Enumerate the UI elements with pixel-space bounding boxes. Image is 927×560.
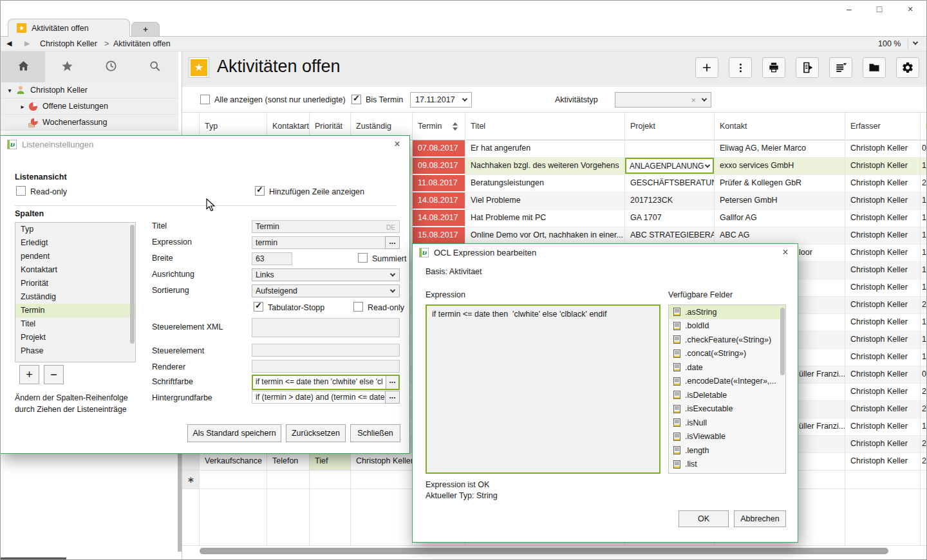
close-dialog-button[interactable]: Schließen (350, 424, 400, 442)
field-list-item[interactable]: .length (669, 443, 785, 458)
hintergrundfarbe-ellipsis-button[interactable]: ... (385, 391, 400, 404)
steuerelement-xml-field[interactable] (252, 318, 400, 337)
expression-ellipsis-button[interactable]: ... (385, 236, 400, 249)
more-options-button[interactable] (729, 57, 752, 78)
cell-titel[interactable]: Beratungsleistungen (465, 175, 625, 192)
column-list-item[interactable]: Titel (15, 317, 135, 331)
cell-erfasser[interactable]: Christoph Keller (845, 418, 921, 436)
settings-button[interactable] (896, 57, 919, 78)
cell-typ[interactable]: Verkaufschance (200, 453, 267, 471)
column-list-item[interactable]: Projekt (15, 331, 135, 344)
cell-kontaktart[interactable]: Telefon (267, 453, 310, 471)
cell-edge[interactable]: 1 (921, 227, 927, 245)
column-header-kontakt[interactable]: Kontakt (715, 113, 845, 140)
cell-termin[interactable]: 11.08.2017 (413, 175, 465, 192)
cell-titel[interactable]: Nachhaken bzgl. des weiteren Vorgehens (465, 158, 625, 175)
columns-listbox[interactable]: TypErledigtpendentKontaktartPrioritätZus… (15, 222, 136, 362)
maximize-button[interactable]: □ (869, 2, 890, 16)
cell-kontakt[interactable]: Petersen GmbH (715, 192, 845, 210)
field-list-item[interactable]: .isExecutable (669, 402, 785, 416)
close-icon[interactable]: × (780, 247, 791, 258)
cell-termin[interactable]: 15.08.2017 (413, 227, 465, 245)
cell-titel[interactable]: Er hat angerufen (465, 140, 625, 158)
cell-edge[interactable]: 1 (921, 279, 927, 297)
cell-edge[interactable]: 2 (921, 384, 927, 401)
cell-edge[interactable]: 1 (921, 331, 927, 349)
horizontal-scrollbar[interactable] (200, 548, 888, 554)
column-list-item[interactable]: Erledigt (15, 236, 135, 250)
show-all-checkbox[interactable] (200, 95, 210, 104)
cell-projekt[interactable]: GESCHÄFTSBERATUNG (625, 175, 715, 192)
cell-termin[interactable]: 07.08.2017 (413, 140, 465, 158)
sidebar-scrollbar[interactable] (178, 454, 182, 552)
clear-icon[interactable]: × (691, 95, 696, 105)
field-list-item[interactable]: .concat(«String») (669, 347, 785, 361)
column-list-item[interactable]: Kontaktart (15, 263, 135, 277)
hintergrundfarbe-field[interactable]: if (termin > date) and (termin <= date.i (252, 391, 386, 404)
cell-erfasser[interactable]: Christoph Keller (845, 227, 921, 245)
cell-edge[interactable]: 2 (921, 436, 927, 453)
cell-erfasser[interactable]: Christoph Keller (845, 279, 921, 297)
cell-zustaendig[interactable]: Christoph Keller (351, 453, 413, 471)
summiert-checkbox[interactable] (358, 253, 368, 263)
cell-erfasser[interactable]: Christoph Keller (845, 314, 921, 331)
termin-date-combobox[interactable]: 17.11.2017 (410, 92, 472, 107)
breite-field[interactable]: 63 (252, 252, 292, 265)
add-column-button[interactable]: + (19, 365, 39, 384)
sort-icon[interactable] (453, 122, 458, 131)
cell-termin[interactable]: 14.08.2017 (413, 210, 465, 227)
projekt-edit-combobox[interactable]: ANLAGENPLANUNG (625, 158, 714, 174)
cell-erfasser[interactable]: Christoph Keller (845, 210, 921, 227)
cell-titel[interactable]: Online Demo vor Ort, nachhaken in einer.… (465, 227, 625, 245)
column-header-projekt[interactable]: Projekt (625, 113, 715, 140)
field-list-item[interactable]: .isNull (669, 416, 785, 430)
column-list-item[interactable]: pendent (15, 250, 135, 263)
folder-button[interactable] (863, 57, 886, 78)
expression-textarea[interactable]: if termin <= date then 'clwhite' else 'c… (426, 304, 660, 474)
cell-edge[interactable]: 1 (921, 192, 927, 210)
tree-item[interactable]: ▾Christoph Keller (0, 82, 178, 98)
cell-edge[interactable]: 0 (921, 366, 927, 384)
sidebar-nav-home[interactable] (1, 51, 45, 82)
cell-erfasser[interactable]: Christoph Keller (845, 140, 921, 158)
sidebar-nav-favorites[interactable] (45, 51, 89, 82)
cell-edge[interactable]: 1 (921, 158, 927, 175)
field-list-item[interactable]: .checkFeature(«String») (669, 333, 785, 347)
field-list-item[interactable]: .asString (669, 305, 785, 319)
listbox-scrollbar[interactable] (130, 225, 135, 344)
cell-titel[interactable]: Viel Probleme (465, 192, 625, 210)
cell-erfasser[interactable]: Christoph Keller (845, 192, 921, 210)
column-list-item[interactable]: Phase (15, 344, 135, 358)
column-header-erfasser[interactable]: Erfasser (845, 113, 921, 140)
cell-edge[interactable]: 1 (921, 245, 927, 262)
report-button[interactable] (796, 57, 819, 78)
column-header-titel[interactable]: Titel (465, 113, 625, 140)
readonly-checkbox[interactable] (16, 186, 26, 196)
bis-termin-checkbox[interactable] (351, 95, 361, 104)
cell-erfasser[interactable]: Christoph Keller (845, 245, 921, 262)
expander-icon[interactable]: ▾ (5, 87, 14, 94)
field-list-item[interactable]: .list (669, 458, 785, 472)
cell-edge[interactable]: 2 (921, 453, 927, 471)
list-view-button[interactable] (829, 57, 852, 78)
cell-edge[interactable]: 1 (921, 262, 927, 279)
field-list-item[interactable]: .boldId (669, 319, 785, 333)
zoom-chevron-icon[interactable] (913, 39, 918, 44)
cell-projekt[interactable]: 2017123CK (625, 192, 715, 210)
expression-field[interactable]: termin (252, 236, 386, 249)
cell-erfasser[interactable]: Christoph Keller (845, 349, 921, 366)
cell-edge[interactable]: 1 (921, 418, 927, 436)
reset-button[interactable]: Zurücksetzen (286, 424, 346, 442)
field-list-item[interactable]: .encodeDate(«Integer»,... (669, 375, 785, 389)
sortierung-select[interactable]: Aufsteigend (252, 285, 400, 297)
aktivitaetstyp-combobox[interactable]: × (615, 92, 711, 107)
cell-edge[interactable]: 1 (921, 210, 927, 227)
minimize-button[interactable]: – (839, 2, 859, 16)
cell-projekt[interactable]: ANLAGENPLANUNG (625, 158, 715, 175)
cell-kontakt[interactable]: Eliwag AG, Meier Marco (715, 140, 845, 158)
cell-erfasser[interactable]: Christoph Keller (845, 297, 921, 314)
cell-erfasser[interactable]: Christoph Keller (845, 453, 921, 471)
cell-erfasser[interactable]: Christoph Keller (845, 175, 921, 192)
cell-erfasser[interactable]: Christoph Keller (845, 401, 921, 418)
tree-item[interactable]: Wochenerfassung (0, 115, 178, 131)
